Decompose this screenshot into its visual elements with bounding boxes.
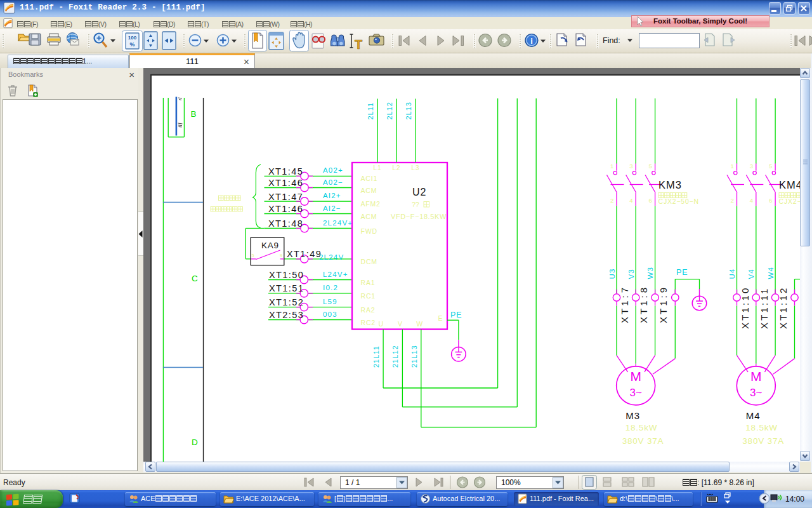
svg-text:M3: M3: [625, 410, 640, 421]
svg-text:XT1:8: XT1:8: [638, 285, 649, 323]
svg-text:21L12: 21L12: [391, 345, 399, 368]
svg-text:21L11: 21L11: [372, 345, 380, 368]
svg-text:KM4: KM4: [779, 179, 800, 190]
svg-text:AFM2: AFM2: [361, 200, 381, 208]
svg-text:2: 2: [731, 197, 734, 204]
svg-text:XT1:9: XT1:9: [658, 285, 669, 323]
svg-text:3~: 3~: [750, 387, 762, 399]
svg-text:XT1:52: XT1:52: [269, 297, 304, 307]
svg-text:DCM: DCM: [361, 258, 377, 265]
svg-text:RC1: RC1: [361, 292, 376, 300]
svg-text:XT1:50: XT1:50: [269, 270, 304, 280]
svg-text:2: 2: [610, 197, 613, 204]
svg-text:RA1: RA1: [361, 279, 376, 286]
svg-text:380V 37A: 380V 37A: [622, 436, 664, 446]
svg-text:XT1:12: XT1:12: [778, 286, 789, 329]
svg-text:XT1:11: XT1:11: [759, 287, 769, 329]
svg-text:D: D: [192, 438, 198, 447]
svg-text:U4: U4: [728, 269, 736, 279]
svg-text:6: 6: [769, 197, 772, 204]
svg-text:5: 5: [769, 163, 772, 170]
svg-text:XT1:46: XT1:46: [268, 204, 303, 214]
svg-text:4: 4: [629, 197, 632, 204]
svg-text:XT2:53: XT2:53: [269, 310, 304, 320]
svg-text:B: B: [191, 109, 197, 119]
svg-text:KA9: KA9: [261, 241, 279, 250]
svg-text:ACM: ACM: [361, 213, 377, 220]
svg-text:380V 37A: 380V 37A: [742, 436, 784, 446]
svg-text:VFD−F−18.5KW: VFD−F−18.5KW: [391, 213, 447, 220]
svg-text:4: 4: [750, 197, 753, 204]
svg-text:W: W: [416, 320, 423, 328]
svg-text:18.5kW: 18.5kW: [745, 423, 778, 432]
svg-text:1: 1: [610, 163, 613, 170]
svg-text:ACM: ACM: [361, 187, 377, 194]
svg-text:U: U: [379, 320, 384, 328]
svg-text:M: M: [750, 369, 762, 384]
svg-text:L59: L59: [323, 298, 337, 305]
svg-text:i: i: [530, 36, 533, 46]
svg-text:003: 003: [323, 311, 337, 318]
svg-text:Find:: Find:: [603, 36, 620, 45]
svg-text:M4: M4: [746, 410, 761, 421]
svg-text:W4: W4: [767, 267, 775, 279]
svg-text:V4: V4: [747, 269, 755, 279]
svg-text:RA2: RA2: [361, 306, 376, 314]
svg-text:18.5kW: 18.5kW: [625, 423, 658, 432]
svg-text:E: E: [438, 314, 443, 322]
svg-text:1: 1: [731, 163, 734, 170]
svg-text:L2: L2: [392, 164, 400, 171]
svg-text:U3: U3: [608, 269, 616, 279]
svg-text:L1: L1: [373, 164, 381, 171]
svg-text:CJX2−: CJX2−: [779, 197, 801, 205]
svg-text:KM3: KM3: [658, 179, 682, 190]
svg-text:U2: U2: [412, 187, 426, 197]
svg-text:M: M: [630, 369, 641, 384]
svg-text:XT1:48: XT1:48: [268, 218, 303, 229]
svg-text:A02−: A02−: [323, 178, 343, 186]
svg-text:A02+: A02+: [323, 166, 343, 174]
svg-text:XT1:10: XT1:10: [740, 286, 750, 329]
svg-text:2L24V: 2L24V: [319, 253, 344, 261]
svg-text:XT1:47: XT1:47: [268, 192, 303, 202]
svg-text:XT1:7: XT1:7: [619, 285, 630, 323]
svg-text:6: 6: [649, 197, 652, 204]
svg-text:9: 9: [280, 253, 282, 258]
svg-text:XT1:45: XT1:45: [268, 166, 303, 177]
svg-text:5: 5: [252, 253, 254, 258]
svg-text:2L13: 2L13: [405, 102, 412, 119]
svg-text:T: T: [355, 37, 362, 51]
svg-text:100%: 100%: [501, 478, 521, 487]
svg-text:PE: PE: [450, 311, 462, 319]
svg-text:3~: 3~: [630, 387, 642, 399]
svg-text:3: 3: [750, 163, 753, 170]
svg-text:L3: L3: [411, 164, 419, 171]
svg-text:L24V+: L24V+: [323, 271, 348, 278]
svg-text:AI2−: AI2−: [323, 204, 341, 212]
svg-text:??: ??: [412, 201, 419, 208]
svg-text:PE: PE: [676, 268, 688, 277]
svg-text:RC2: RC2: [361, 319, 376, 326]
svg-text:XT1:49: XT1:49: [287, 249, 322, 259]
svg-text:XT1:46: XT1:46: [268, 178, 303, 188]
svg-text:W3: W3: [646, 267, 654, 279]
svg-text:ACI1: ACI1: [361, 175, 378, 182]
svg-text:V: V: [398, 320, 403, 328]
svg-text:2L12: 2L12: [386, 102, 393, 119]
svg-text:2L24V+: 2L24V+: [323, 219, 353, 227]
svg-text:2L11: 2L11: [367, 102, 374, 120]
svg-text:V3: V3: [627, 269, 635, 279]
svg-text:I0.2: I0.2: [323, 284, 338, 291]
svg-text:CJX2−50−N: CJX2−50−N: [658, 197, 699, 205]
svg-text:21L13: 21L13: [410, 345, 418, 368]
svg-text:5: 5: [649, 163, 652, 170]
svg-text:3: 3: [629, 163, 632, 170]
svg-text:XT1:51: XT1:51: [269, 283, 304, 293]
svg-text:C: C: [192, 274, 198, 283]
svg-text:%: %: [129, 41, 134, 48]
svg-text:FWD: FWD: [361, 227, 377, 235]
svg-text:AI2+: AI2+: [323, 192, 341, 199]
svg-text:100: 100: [128, 35, 137, 41]
svg-text:1 / 1: 1 / 1: [345, 478, 360, 487]
